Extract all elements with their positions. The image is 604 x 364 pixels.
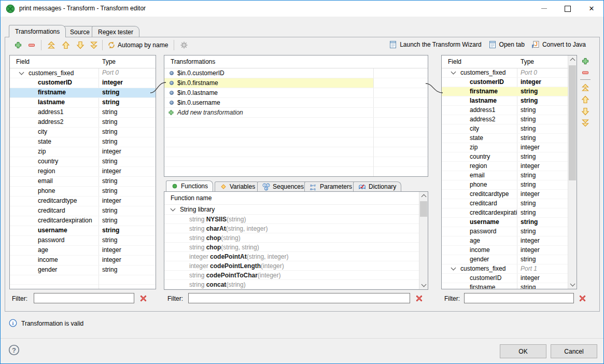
field-row[interactable]: regioninteger <box>442 162 568 171</box>
field-row[interactable]: ageinteger <box>10 246 156 256</box>
field-row[interactable]: ageinteger <box>442 236 568 246</box>
field-row[interactable]: address1string <box>10 108 156 118</box>
ok-button[interactable]: OK <box>500 344 546 358</box>
field-row-highlighted[interactable]: firstnamestring <box>442 87 568 96</box>
scroll-up-button[interactable] <box>419 192 428 200</box>
tab-dictionary[interactable]: Dictionary <box>353 181 401 191</box>
field-row[interactable]: incomeinteger <box>442 246 568 255</box>
scrollbar-thumb[interactable] <box>569 65 576 180</box>
scroll-down-button[interactable] <box>419 281 428 289</box>
function-library-row[interactable]: String library <box>164 205 419 215</box>
input-table-filter-input[interactable] <box>34 293 134 303</box>
field-row[interactable]: zipinteger <box>10 147 156 157</box>
record-group-row[interactable]: customers_fixed Port 0 <box>442 68 568 78</box>
close-button[interactable]: ✕ <box>580 1 603 17</box>
cancel-button[interactable]: Cancel <box>551 344 597 358</box>
field-row[interactable]: statestring <box>10 137 156 147</box>
field-row[interactable]: usernamestring <box>10 226 156 236</box>
move-output-bottom-button[interactable] <box>581 119 589 127</box>
convert-to-java-button[interactable]: Convert to Java <box>531 40 586 49</box>
field-row[interactable]: address2string <box>10 118 156 128</box>
field-row[interactable]: lastnamestring <box>442 96 568 106</box>
field-row[interactable]: usernamestring <box>442 218 568 227</box>
function-row[interactable]: string concat(string) <box>164 280 419 289</box>
tab-sequences[interactable]: Sequences <box>257 181 309 191</box>
field-row[interactable]: phonestring <box>10 187 156 197</box>
field-row[interactable]: customerIDinteger <box>10 78 156 88</box>
field-row[interactable]: creditcardtypeinteger <box>442 190 568 199</box>
field-row[interactable]: phonestring <box>442 180 568 190</box>
scroll-up-button[interactable] <box>568 55 577 64</box>
scrollbar-track[interactable] <box>419 200 428 281</box>
add-output-field-button[interactable] <box>581 57 589 65</box>
field-row[interactable]: address1string <box>442 106 568 115</box>
remove-field-button[interactable] <box>27 41 36 49</box>
automap-icon[interactable] <box>107 41 116 49</box>
add-new-transformation-button[interactable]: Add new transformation <box>164 108 428 118</box>
field-row[interactable]: countrystring <box>10 157 156 167</box>
field-row[interactable]: incomeinteger <box>10 256 156 265</box>
record-group-row[interactable]: customers_fixed Port 0 <box>10 68 156 78</box>
field-row[interactable]: firstnamestring <box>442 283 568 289</box>
field-row[interactable]: lastnamestring <box>10 98 156 108</box>
scrollbar-thumb[interactable] <box>420 201 427 217</box>
field-row[interactable]: genderstring <box>442 255 568 264</box>
help-button[interactable] <box>8 344 20 356</box>
record-group-row[interactable]: customers_fixed Port 1 <box>442 264 568 274</box>
function-row[interactable]: string chop(string) <box>164 233 419 243</box>
function-row[interactable]: string chop(string, string) <box>164 243 419 252</box>
move-output-up-button[interactable] <box>581 95 589 104</box>
field-row[interactable]: regioninteger <box>10 167 156 177</box>
field-row[interactable]: genderstring <box>10 265 156 275</box>
field-row[interactable]: zipinteger <box>442 143 568 152</box>
tab-transformations[interactable]: Transformations <box>9 25 66 37</box>
minimize-button[interactable] <box>532 1 556 17</box>
transformation-row-selected[interactable]: $in.0.firstname <box>164 78 428 88</box>
field-row[interactable]: address2string <box>442 115 568 124</box>
tab-parameters[interactable]: Parameters <box>304 181 357 191</box>
field-row[interactable]: emailstring <box>10 177 156 187</box>
function-row[interactable]: integer codePointAt(string, integer) <box>164 252 419 261</box>
function-row[interactable]: string NYSIIS(string) <box>164 215 419 224</box>
collapse-chevron-icon[interactable] <box>19 69 24 75</box>
function-row[interactable]: string charAt(string, integer) <box>164 224 419 233</box>
remove-output-field-button[interactable] <box>581 68 589 77</box>
field-row[interactable]: creditcardexpirationstring <box>10 216 156 226</box>
field-row[interactable]: passwordstring <box>10 236 156 246</box>
automap-by-name-button[interactable]: Automap by name <box>118 41 168 49</box>
function-row[interactable]: string codePointToChar(integer) <box>164 271 419 280</box>
function-row[interactable]: integer codePointLength(integer) <box>164 261 419 271</box>
transformation-row[interactable]: $in.0.username <box>164 98 428 108</box>
open-tab-button[interactable]: Open tab <box>488 40 525 49</box>
field-row[interactable]: emailstring <box>442 171 568 180</box>
move-bottom-button[interactable] <box>90 41 98 49</box>
collapse-chevron-icon[interactable] <box>451 265 456 271</box>
field-row[interactable]: creditcardstring <box>10 206 156 216</box>
field-row[interactable]: creditcardtypeinteger <box>10 197 156 206</box>
move-down-button[interactable] <box>76 41 85 49</box>
field-row[interactable]: citystring <box>10 128 156 137</box>
field-row[interactable]: passwordstring <box>442 227 568 236</box>
tab-regex-tester[interactable]: Regex tester <box>92 26 139 37</box>
maximize-button[interactable] <box>556 1 580 17</box>
move-top-button[interactable] <box>47 41 55 49</box>
output-table-filter-input[interactable] <box>464 293 574 303</box>
output-table-scrollbar[interactable] <box>568 55 577 289</box>
field-row[interactable]: customerIDinteger <box>442 274 568 283</box>
clear-filter-icon[interactable] <box>415 295 423 302</box>
scrollbar-track[interactable] <box>568 64 577 281</box>
add-field-button[interactable] <box>14 41 22 49</box>
collapse-chevron-icon[interactable] <box>451 69 456 75</box>
move-output-top-button[interactable] <box>581 83 589 92</box>
tab-functions[interactable]: Functions <box>166 180 213 191</box>
field-row[interactable]: citystring <box>442 124 568 134</box>
functions-filter-input[interactable] <box>188 293 410 303</box>
launch-transform-wizard-button[interactable]: Launch the Transform Wizard <box>389 40 481 49</box>
field-row[interactable]: creditcardexpirationstring <box>442 208 568 218</box>
clear-filter-icon[interactable] <box>579 295 586 302</box>
transformation-row[interactable]: $in.0.customerID <box>164 68 428 78</box>
scroll-down-button[interactable] <box>568 281 577 289</box>
functions-scrollbar[interactable] <box>419 192 428 289</box>
field-row[interactable]: customerIDinteger <box>442 78 568 87</box>
move-output-down-button[interactable] <box>581 107 589 116</box>
